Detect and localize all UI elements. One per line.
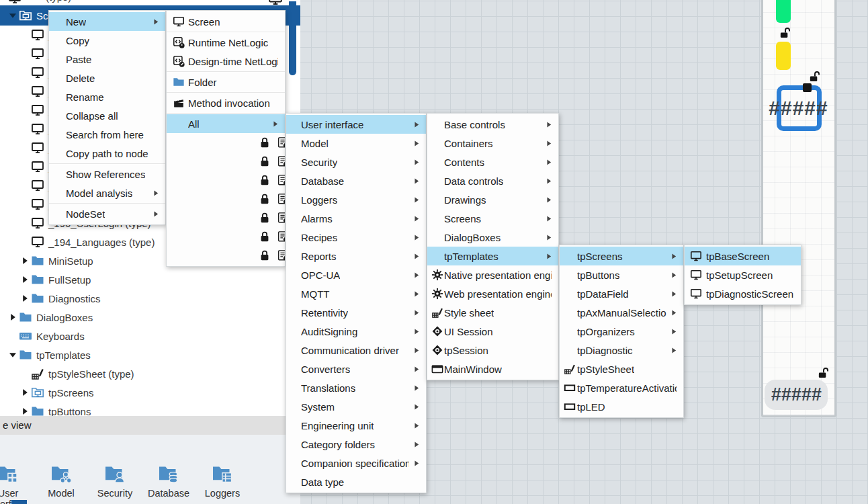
menu-item-alarms[interactable]: Alarms [286,209,426,228]
menu-item-translations[interactable]: Translations [286,378,426,397]
menu-item-new[interactable]: New [49,12,165,31]
menu-item-locked[interactable] [167,227,285,246]
chevron-right-icon[interactable] [19,295,31,302]
menu-item-model-analysis[interactable]: Model analysis [49,183,165,202]
chevron-right-icon[interactable] [19,257,31,264]
menu-item-base-controls[interactable]: Base controls [427,115,558,134]
menu-item-containers[interactable]: Containers [427,134,558,153]
canvas-widget-green-led[interactable] [776,0,791,23]
menu-item-tpaxmanualselection[interactable]: tpAxManualSelection [560,303,683,322]
menu-item-folder[interactable]: Folder [167,73,285,91]
menu-item-tptemperatureactivation[interactable]: tpTemperatureActivation [560,378,683,397]
menu-item-converters[interactable]: Converters [286,360,426,378]
menu-item-all[interactable]: All [167,114,285,133]
menu-item-method-invocation[interactable]: Method invocation [167,93,285,112]
menu-item-drawings[interactable]: Drawings [427,190,558,209]
menu-item-dialogboxes[interactable]: DialogBoxes [427,228,558,247]
menu-item-screen[interactable]: Screen [167,12,285,31]
menu-item-auditsigning[interactable]: AuditSigning [286,322,426,341]
menu-item-locked[interactable] [167,208,285,227]
menu-item-communication-driver[interactable]: Communication driver [286,341,426,360]
canvas-placeholder-label[interactable]: ##### [762,97,834,120]
menu-item-tpbasescreen[interactable]: tpBaseScreen [685,247,801,265]
menu-item-tpbuttons[interactable]: tpButtons [560,265,683,284]
menu-item-web-presentation-engine[interactable]: Web presentation engine [427,284,558,303]
menu-item-recipes[interactable]: Recipes [286,228,426,247]
menu-item-opc-ua[interactable]: OPC-UA [286,265,426,284]
menu-item-rename[interactable]: Rename [49,87,165,106]
menu-item-reports[interactable]: Reports [286,247,426,265]
menu-item-tpscreens[interactable]: tpScreens [560,247,683,265]
menu-item-tptemplates[interactable]: tpTemplates [427,247,558,265]
menu-item-system[interactable]: System [286,397,426,416]
menu-item-tpstylesheet[interactable]: tpStyleSheet [560,360,683,378]
menu-item-locked[interactable] [167,133,285,152]
screen-template-strip[interactable] [761,0,836,417]
tree-item-tpbuttons[interactable]: tpButtons [0,402,300,416]
toolbar-item-security[interactable]: Security [87,464,143,499]
menu-item-design-time-netlogic[interactable]: Design-time NetLogic [167,52,285,71]
menu-item-loggers[interactable]: Loggers [286,190,426,209]
chevron-down-icon[interactable] [7,351,19,358]
toolbar-item-model[interactable]: Model [33,464,89,499]
menu-item-data-controls[interactable]: Data controls [427,171,558,190]
menu-item-native-presentation-engine[interactable]: Native presentation engine [427,265,558,284]
menu-item-nodeset[interactable]: NodeSet [49,204,165,223]
menu-item-runtime-netlogic[interactable]: Runtime NetLogic [167,33,285,52]
menu-item-collapse-all[interactable]: Collapse all [49,106,165,125]
menu-item-locked[interactable] [167,152,285,171]
tree-item-tpstylesheet-type[interactable]: tpStyleSheet (type) [0,364,300,383]
tree-item-tpscreens[interactable]: tpScreens [0,383,300,402]
menu-item-search-from-here[interactable]: Search from here [49,125,165,144]
tree-item-fullsetup[interactable]: FullSetup [0,270,300,289]
tree-item-dialogboxes[interactable]: DialogBoxes [0,308,300,327]
menu-item-companion-specifications[interactable]: Companion specifications [286,454,426,472]
toolbar-item-loggers[interactable]: Loggers [194,464,251,499]
menu-item-copy[interactable]: Copy [49,31,165,50]
menu-item-mainwindow[interactable]: MainWindow [427,360,558,378]
tree-item-keyboards[interactable]: Keyboards [0,327,300,345]
menu-item-security[interactable]: Security [286,153,426,171]
menu-item-category-folders[interactable]: Category folders [286,435,426,454]
menu-item-tpdiagnosticscreen[interactable]: tpDiagnosticScreen [685,284,801,303]
menu-item-tpsession[interactable]: tpSession [427,341,558,360]
menu-item-locked[interactable] [167,190,285,208]
menu-item-delete[interactable]: Delete [49,69,165,87]
menu-item-contents[interactable]: Contents [427,153,558,171]
arrow-right-icon [409,291,419,297]
menu-item-ui-session[interactable]: UI Session [427,322,558,341]
chevron-right-icon[interactable] [19,276,31,283]
menu-item-locked[interactable] [167,246,285,265]
chevron-down-icon[interactable] [7,12,19,19]
menu-item-mqtt[interactable]: MQTT [286,284,426,303]
menu-item-style-sheet[interactable]: Style sheet [427,303,558,322]
chevron-right-icon[interactable] [7,314,19,321]
menu-item-tpsetupscreen[interactable]: tpSetupScreen [685,265,801,284]
menu-item-database[interactable]: Database [286,171,426,190]
menu-item-data-type[interactable]: Data type [286,472,426,491]
menu-item-tporganizers[interactable]: tpOrganizers [560,322,683,341]
tree-item-partial-top[interactable]: (type) [0,0,300,5]
menu-item-paste[interactable]: Paste [49,50,165,69]
tree-scrollbar-thumb[interactable] [289,1,296,75]
menu-item-tpdatafield[interactable]: tpDataField [560,284,683,303]
tree-item-diagnostics[interactable]: Diagnostics [0,289,300,308]
menu-item-locked[interactable] [167,171,285,190]
menu-item-model[interactable]: Model [286,134,426,153]
menu-item-tpdiagnostic[interactable]: tpDiagnostic [560,341,683,360]
canvas-widget-value-pill[interactable]: ##### [765,380,828,410]
toolbar-item-database[interactable]: Database [140,464,197,499]
menu-item-engineering-unit[interactable]: Engineering unit [286,416,426,435]
menu-item-user-interface[interactable]: User interface [286,115,426,134]
tree-item-tptemplates[interactable]: tpTemplates [0,345,300,364]
menu-item-copy-path-to-node[interactable]: Copy path to node [49,144,165,163]
chevron-right-icon[interactable] [19,389,31,396]
canvas-widget-yellow-led[interactable] [776,42,791,70]
menu-item-show-references[interactable]: Show References [49,165,165,183]
menu-item-retentivity[interactable]: Retentivity [286,303,426,322]
menu-item-screens[interactable]: Screens [427,209,558,228]
chevron-right-icon[interactable] [19,408,31,415]
menu-item-tpled[interactable]: tpLED [560,397,683,416]
toolbar-item-user-interface[interactable]: User Interface [0,464,36,504]
canvas-widget-anchor-square[interactable] [803,83,812,92]
